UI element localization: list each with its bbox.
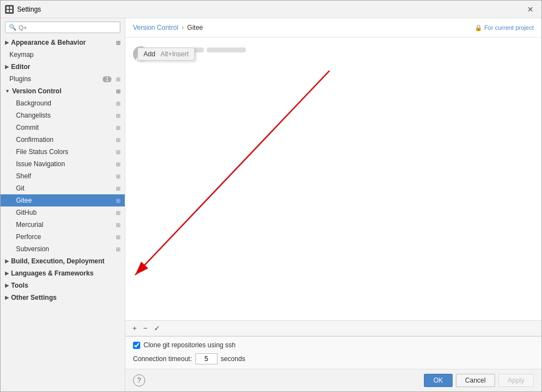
timeout-label: Connection timeout: — [133, 355, 192, 363]
chevron-right-icon: ▶ — [5, 295, 9, 300]
sidebar-item-gitee[interactable]: Gitee ⊞ — [1, 194, 125, 206]
account-email-blurred — [207, 47, 246, 52]
sidebar-item-keymap[interactable]: Keymap — [1, 49, 125, 61]
sidebar-item-other-settings[interactable]: ▶ Other Settings — [1, 292, 125, 304]
settings-icon: ⊞ — [116, 161, 120, 167]
ssh-label: Clone git repositories using ssh — [144, 341, 236, 349]
sidebar-item-plugins[interactable]: Plugins 1 ⊞ — [1, 73, 125, 85]
settings-icon: ⊞ — [116, 210, 120, 216]
chevron-right-icon: ▶ — [5, 271, 9, 276]
main-content: 🔍 ▶ Appearance & Behavior ⊞ Keymap ▶ Edi… — [1, 18, 541, 391]
sidebar-item-file-status-colors[interactable]: File Status Colors ⊞ — [1, 146, 125, 158]
chevron-right-icon: ▶ — [5, 40, 9, 45]
sidebar-item-version-control[interactable]: ▼ Version Control ⊞ — [1, 85, 125, 97]
settings-icon: ⊞ — [116, 40, 120, 46]
window-title: Settings — [17, 6, 524, 13]
ok-button[interactable]: OK — [424, 374, 452, 387]
sidebar-item-git[interactable]: Git ⊞ — [1, 182, 125, 194]
sidebar-item-issue-navigation[interactable]: Issue Navigation ⊞ — [1, 158, 125, 170]
timeout-unit: seconds — [221, 355, 246, 363]
sidebar-item-editor[interactable]: ▶ Editor — [1, 61, 125, 73]
action-bar: ? OK Cancel Apply — [125, 369, 541, 391]
cancel-button[interactable]: Cancel — [456, 374, 495, 387]
sidebar-item-mercurial[interactable]: Mercurial ⊞ — [1, 219, 125, 231]
settings-icon: ⊞ — [116, 198, 120, 204]
ssh-checkbox[interactable] — [133, 342, 140, 349]
close-button[interactable]: ✕ — [524, 4, 537, 15]
app-icon — [5, 5, 14, 14]
action-buttons: OK Cancel Apply — [424, 374, 534, 387]
for-project-link[interactable]: 🔒 For current project — [475, 24, 534, 31]
sidebar-item-confirmation[interactable]: Confirmation ⊞ — [1, 134, 125, 146]
chevron-right-icon: ▶ — [5, 64, 9, 70]
settings-icon: ⊞ — [116, 100, 120, 107]
sidebar-item-changelists[interactable]: Changelists ⊞ — [1, 109, 125, 121]
remove-button[interactable]: − — [141, 323, 151, 333]
right-panel: Version Control › Gitee 🔒 For current pr… — [125, 18, 541, 391]
sidebar-item-languages[interactable]: ▶ Languages & Frameworks — [1, 267, 125, 279]
svg-rect-1 — [10, 7, 12, 9]
svg-rect-3 — [10, 10, 12, 12]
svg-rect-0 — [7, 7, 9, 9]
sidebar-item-shelf[interactable]: Shelf ⊞ — [1, 170, 125, 182]
timeout-input[interactable] — [195, 353, 217, 364]
settings-icon: ⊞ — [116, 76, 120, 82]
toolbar-bar: + − ✓ Add Alt+Insert — [125, 320, 541, 336]
sidebar-item-tools[interactable]: ▶ Tools — [1, 279, 125, 292]
bottom-settings: Clone git repositories using ssh Connect… — [125, 336, 541, 369]
settings-icon: ⊞ — [116, 186, 120, 192]
plugins-badge: 1 — [103, 76, 111, 82]
help-button[interactable]: ? — [133, 374, 145, 386]
apply-button[interactable]: Apply — [498, 374, 534, 387]
settings-icon: ⊞ — [116, 137, 120, 143]
breadcrumb-separator: › — [182, 24, 184, 31]
settings-icon: ⊞ — [116, 246, 120, 252]
ssh-checkbox-row: Clone git repositories using ssh — [133, 341, 534, 349]
sidebar-item-perforce[interactable]: Perforce ⊞ — [1, 231, 125, 243]
sidebar-item-background[interactable]: Background ⊞ — [1, 97, 125, 109]
breadcrumb-current: Gitee — [187, 24, 203, 31]
svg-rect-2 — [7, 10, 9, 12]
settings-icon: ⊞ — [116, 88, 120, 94]
content-wrapper: gitee.com + — [125, 38, 541, 336]
breadcrumb: Version Control › Gitee 🔒 For current pr… — [125, 18, 541, 38]
settings-icon: ⊞ — [116, 222, 120, 228]
sidebar-item-github[interactable]: GitHub ⊞ — [1, 206, 125, 219]
add-tooltip: Add Alt+Insert — [137, 47, 195, 61]
sidebar-item-subversion[interactable]: Subversion ⊞ — [1, 243, 125, 255]
settings-icon: ⊞ — [116, 113, 120, 119]
edit-button[interactable]: ✓ — [151, 323, 163, 333]
search-box[interactable]: 🔍 — [5, 22, 120, 33]
lock-icon: 🔒 — [475, 24, 482, 31]
settings-icon: ⊞ — [116, 234, 120, 240]
sidebar-item-build[interactable]: ▶ Build, Execution, Deployment — [1, 255, 125, 267]
settings-icon: ⊞ — [116, 149, 120, 155]
add-button[interactable]: + — [130, 323, 140, 333]
breadcrumb-parent[interactable]: Version Control — [133, 24, 178, 31]
search-input[interactable] — [19, 24, 116, 31]
chevron-down-icon: ▼ — [5, 88, 10, 94]
search-icon: 🔍 — [9, 24, 17, 31]
settings-icon: ⊞ — [116, 173, 120, 179]
sidebar: 🔍 ▶ Appearance & Behavior ⊞ Keymap ▶ Edi… — [1, 18, 125, 391]
content-area: gitee.com — [125, 38, 541, 320]
timeout-row: Connection timeout: seconds — [133, 353, 534, 364]
title-bar: Settings ✕ — [1, 1, 541, 18]
chevron-right-icon: ▶ — [5, 283, 9, 288]
settings-icon: ⊞ — [116, 125, 120, 131]
sidebar-item-commit[interactable]: Commit ⊞ — [1, 121, 125, 134]
chevron-right-icon: ▶ — [5, 258, 9, 264]
sidebar-item-appearance[interactable]: ▶ Appearance & Behavior ⊞ — [1, 36, 125, 49]
settings-window: Settings ✕ 🔍 ▶ Appearance & Behavior ⊞ K… — [0, 0, 542, 392]
